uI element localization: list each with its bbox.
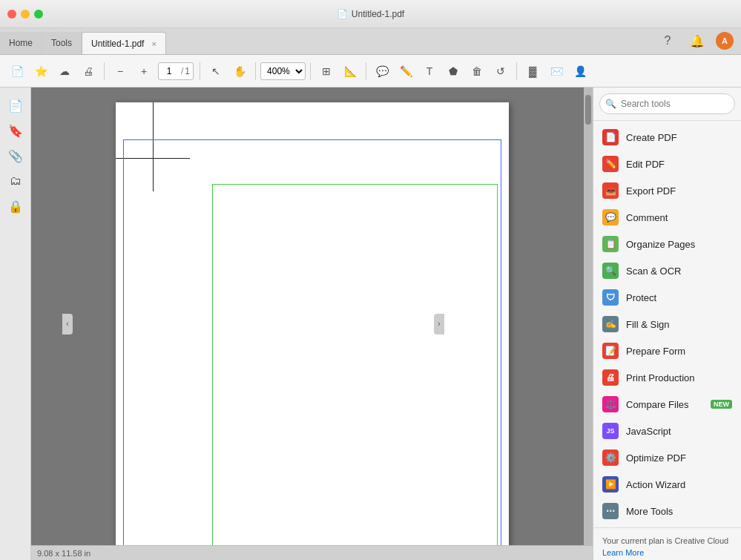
attachments-button[interactable]: 📎 — [4, 144, 27, 168]
tool-label-javascript: JavaScript — [626, 426, 671, 437]
bookmarks-button[interactable]: 🔖 — [4, 119, 27, 142]
window-title-icon: 📄 — [337, 9, 348, 19]
redact-button[interactable]: ▓ — [521, 60, 544, 82]
collapse-right-button[interactable]: › — [434, 314, 444, 335]
tool-label-create-pdf: Create PDF — [626, 132, 677, 143]
search-tools-input[interactable] — [599, 93, 735, 114]
tool-icon-javascript: JS — [602, 423, 619, 439]
tool-icon-create-pdf: 📄 — [602, 129, 619, 145]
title-bar: 📄 Untitled-1.pdf — [0, 0, 741, 28]
toolbar: 📄 ⭐ ☁ 🖨 − + / 1 ↖ ✋ 400% 200% 100% 75% 5… — [0, 55, 741, 88]
upload-button[interactable]: ☁ — [53, 60, 76, 82]
stamp-button[interactable]: ⬟ — [442, 60, 464, 82]
zoom-select[interactable]: 400% 200% 100% 75% 50% — [260, 62, 306, 80]
tool-label-edit-pdf: Edit PDF — [626, 159, 665, 170]
tool-label-fill-sign: Fill & Sign — [626, 319, 670, 330]
delete-button[interactable]: 🗑 — [466, 60, 488, 82]
minimize-window-button[interactable] — [21, 10, 30, 19]
tool-item-action-wizard[interactable]: ▶️Action Wizard — [593, 471, 741, 498]
tool-icon-organize-pages: 📋 — [602, 236, 619, 252]
dimensions-label: 9.08 x 11.58 in — [37, 549, 90, 558]
email-button[interactable]: ✉️ — [545, 60, 567, 82]
create-button[interactable]: 📄 — [6, 60, 28, 82]
tools-list: 📄Create PDF✏️Edit PDF📤Export PDF💬Comment… — [593, 121, 741, 527]
page-separator: / — [180, 66, 185, 76]
tool-icon-print-production: 🖨 — [602, 369, 619, 386]
tool-item-javascript[interactable]: JSJavaScript — [593, 418, 741, 444]
vertical-scrollbar[interactable] — [584, 88, 593, 545]
notifications-icon[interactable]: 🔔 — [686, 30, 708, 52]
search-tools-wrap: 🔍 — [599, 93, 735, 114]
tool-label-prepare-form: Prepare Form — [626, 346, 685, 357]
separator-2 — [200, 62, 200, 80]
tool-label-more-tools: More Tools — [626, 506, 673, 517]
tab-close-button[interactable]: × — [151, 39, 156, 48]
tool-icon-edit-pdf: ✏️ — [602, 156, 619, 172]
sign-button[interactable]: 👤 — [569, 60, 591, 82]
scrollbar-thumb[interactable] — [585, 95, 591, 125]
separator-5 — [366, 62, 366, 80]
page-navigation: / 1 — [158, 62, 194, 80]
tool-item-optimize-pdf[interactable]: ⚙️Optimize PDF — [593, 444, 741, 471]
tool-label-scan-ocr: Scan & OCR — [626, 266, 681, 277]
tool-icon-more-tools: ⋯ — [602, 503, 619, 519]
tool-item-organize-pages[interactable]: 📋Organize Pages — [593, 231, 741, 257]
tool-item-compare-files[interactable]: ⚖️Compare FilesNEW — [593, 391, 741, 418]
security-button[interactable]: 🔒 — [4, 194, 27, 218]
bookmark-button[interactable]: ⭐ — [30, 60, 52, 82]
tool-item-scan-ocr[interactable]: 🔍Scan & OCR — [593, 257, 741, 284]
hand-tool-button[interactable]: ✋ — [228, 60, 251, 82]
learn-more-link[interactable]: Learn More — [602, 548, 644, 557]
draw-button[interactable]: ✏️ — [395, 60, 417, 82]
collapse-left-button[interactable]: ‹ — [62, 314, 73, 335]
page-total: 1 — [185, 66, 193, 76]
tool-item-edit-pdf[interactable]: ✏️Edit PDF — [593, 151, 741, 177]
avatar[interactable]: A — [716, 32, 734, 50]
measure-button[interactable]: 📐 — [339, 60, 361, 82]
tool-label-export-pdf: Export PDF — [626, 185, 676, 197]
tool-label-compare-files: Compare Files — [626, 399, 689, 410]
maximize-window-button[interactable] — [34, 10, 43, 19]
bottom-info: Your current plan is Creative Cloud Lear… — [593, 527, 741, 560]
markup-button[interactable]: T — [418, 60, 441, 82]
separator-1 — [104, 62, 105, 80]
rotate-button[interactable]: ↺ — [490, 60, 512, 82]
tab-home[interactable]: Home — [0, 32, 42, 54]
tool-label-protect: Protect — [626, 292, 656, 303]
page-thumbnails-button[interactable]: 📄 — [4, 93, 27, 117]
tab-file[interactable]: Untitled-1.pdf × — [82, 32, 166, 54]
window-title: 📄 Untitled-1.pdf — [337, 9, 404, 19]
tool-item-fill-sign[interactable]: ✍️Fill & Sign — [593, 311, 741, 337]
tab-bar-nav: ? 🔔 A — [656, 27, 734, 54]
help-icon[interactable]: ? — [656, 30, 679, 52]
tool-item-export-pdf[interactable]: 📤Export PDF — [593, 177, 741, 204]
tool-badge-compare-files: NEW — [711, 400, 732, 409]
print-button[interactable]: 🖨 — [77, 60, 99, 82]
tool-item-create-pdf[interactable]: 📄Create PDF — [593, 124, 741, 151]
layers-button[interactable]: 🗂 — [4, 169, 27, 193]
cursor-tool-button[interactable]: ↖ — [205, 60, 227, 82]
tool-item-prepare-form[interactable]: 📝Prepare Form — [593, 337, 741, 364]
tool-label-action-wizard: Action Wizard — [626, 479, 685, 490]
tab-tools[interactable]: Tools — [42, 32, 82, 54]
zoom-out-button[interactable]: − — [109, 60, 131, 82]
page-input[interactable] — [159, 66, 180, 76]
separator-3 — [255, 62, 256, 80]
separator-4 — [310, 62, 311, 80]
sticky-note-button[interactable]: 💬 — [371, 60, 393, 82]
traffic-lights — [7, 10, 43, 19]
tab-bar: Home Tools Untitled-1.pdf × ? 🔔 A — [0, 28, 741, 55]
tool-icon-export-pdf: 📤 — [602, 182, 619, 199]
zoom-in-button[interactable]: + — [133, 60, 155, 82]
tool-icon-compare-files: ⚖️ — [602, 396, 619, 412]
pdf-page — [116, 102, 509, 545]
select-area-button[interactable]: ⊞ — [315, 60, 337, 82]
tool-item-comment[interactable]: 💬Comment — [593, 204, 741, 231]
tool-icon-scan-ocr: 🔍 — [602, 263, 619, 279]
tool-label-comment: Comment — [626, 212, 668, 223]
close-window-button[interactable] — [7, 10, 16, 19]
tool-item-protect[interactable]: 🛡Protect — [593, 284, 741, 311]
tool-item-print-production[interactable]: 🖨Print Production — [593, 364, 741, 391]
tool-item-more-tools[interactable]: ⋯More Tools — [593, 498, 741, 524]
right-panel: 🔍 📄Create PDF✏️Edit PDF📤Export PDF💬Comme… — [593, 88, 741, 560]
